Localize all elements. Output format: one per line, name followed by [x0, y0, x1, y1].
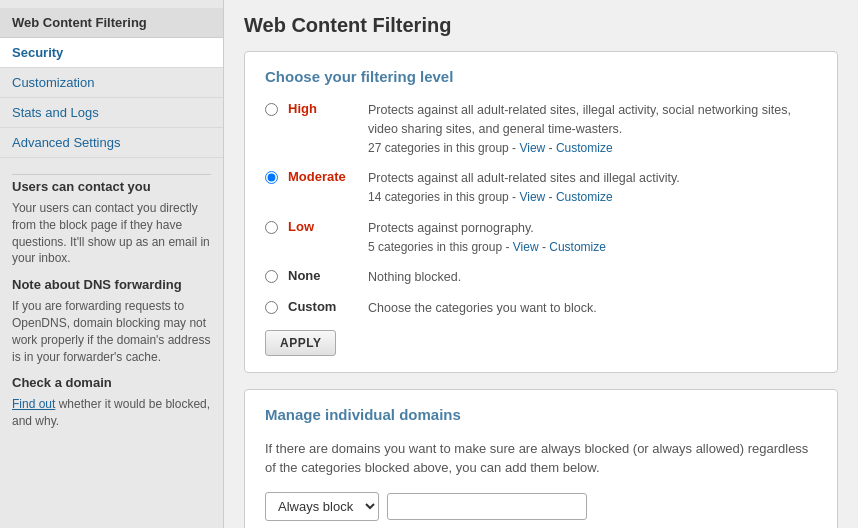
radio-label-none: None — [288, 268, 368, 283]
apply-button[interactable]: APPLY — [265, 330, 336, 356]
view-link-moderate[interactable]: View — [519, 190, 545, 204]
radio-moderate[interactable] — [265, 171, 278, 184]
radio-high[interactable] — [265, 103, 278, 116]
radio-option-none: NoneNothing blocked. — [265, 268, 817, 287]
customize-link-moderate[interactable]: Customize — [556, 190, 613, 204]
sidebar-info-users: Users can contact you Your users can con… — [0, 158, 223, 452]
sidebar-item-stats-and-logs[interactable]: Stats and Logs — [0, 98, 223, 128]
customize-link-low[interactable]: Customize — [549, 240, 606, 254]
customize-link-high[interactable]: Customize — [556, 141, 613, 155]
radio-custom[interactable] — [265, 301, 278, 314]
radio-label-custom: Custom — [288, 299, 368, 314]
radio-none[interactable] — [265, 270, 278, 283]
sidebar-item-web-content-filtering[interactable]: Web Content Filtering — [0, 8, 223, 38]
radio-desc-moderate: Protects against all adult-related sites… — [368, 169, 680, 207]
domain-input[interactable] — [387, 493, 587, 520]
sidebar-item-security[interactable]: Security — [0, 38, 223, 68]
radio-label-high: High — [288, 101, 368, 116]
sidebar-domain-title: Check a domain — [12, 375, 211, 390]
radio-desc-custom: Choose the categories you want to block. — [368, 299, 597, 318]
sidebar-domain-body: Find out whether it would be blocked, an… — [12, 396, 211, 430]
radio-desc-low: Protects against pornography.5 categorie… — [368, 219, 606, 257]
sidebar-users-body: Your users can contact you directly from… — [12, 200, 211, 267]
view-link-low[interactable]: View — [513, 240, 539, 254]
find-out-link[interactable]: Find out — [12, 397, 55, 411]
radio-option-custom: CustomChoose the categories you want to … — [265, 299, 817, 318]
radio-desc-high: Protects against all adult-related sites… — [368, 101, 817, 157]
radio-label-low: Low — [288, 219, 368, 234]
radio-option-moderate: ModerateProtects against all adult-relat… — [265, 169, 817, 207]
radio-option-high: HighProtects against all adult-related s… — [265, 101, 817, 157]
sidebar-dns-body: If you are forwarding requests to OpenDN… — [12, 298, 211, 365]
view-link-high[interactable]: View — [519, 141, 545, 155]
filtering-panel-title: Choose your filtering level — [265, 68, 817, 85]
main-content: Web Content Filtering Choose your filter… — [224, 0, 858, 528]
page-title: Web Content Filtering — [244, 14, 838, 37]
radio-desc-none: Nothing blocked. — [368, 268, 461, 287]
manage-panel-description: If there are domains you want to make su… — [265, 439, 817, 478]
sidebar-dns-title: Note about DNS forwarding — [12, 277, 211, 292]
domain-action-select[interactable]: Always blockAlways allowNever block — [265, 492, 379, 521]
filtering-panel: Choose your filtering level HighProtects… — [244, 51, 838, 373]
sidebar: Web Content FilteringSecurityCustomizati… — [0, 0, 224, 528]
domain-row: Always blockAlways allowNever block — [265, 492, 817, 521]
sidebar-item-customization[interactable]: Customization — [0, 68, 223, 98]
manage-domains-panel: Manage individual domains If there are d… — [244, 389, 838, 528]
radio-option-low: LowProtects against pornography.5 catego… — [265, 219, 817, 257]
sidebar-users-title: Users can contact you — [12, 179, 211, 194]
radio-label-moderate: Moderate — [288, 169, 368, 184]
manage-panel-title: Manage individual domains — [265, 406, 817, 423]
radio-low[interactable] — [265, 221, 278, 234]
sidebar-item-advanced-settings[interactable]: Advanced Settings — [0, 128, 223, 158]
